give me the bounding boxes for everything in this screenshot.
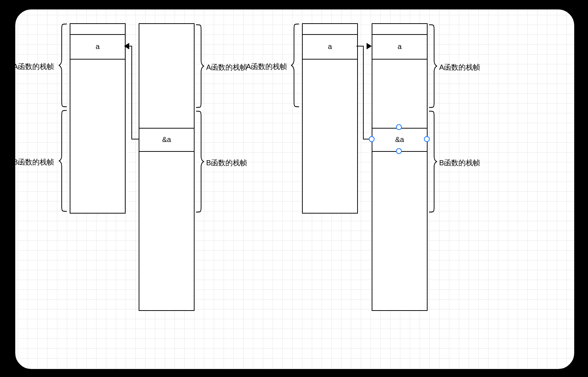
cell-a-label: a [328, 42, 332, 51]
right-col2-brace-a [428, 24, 438, 108]
right-col1-outer: a [302, 23, 358, 214]
right-col1-header [303, 24, 357, 35]
left-col1-cell-a: a [70, 34, 125, 60]
left-col2-outer: &a [139, 23, 195, 311]
cell-a-label: a [95, 42, 99, 51]
left-col1-brace-a [58, 23, 68, 108]
right-col2-brace-b-label: B函数的栈帧 [439, 158, 480, 168]
cell-ptr-label: &a [395, 135, 404, 144]
right-col2-header [372, 24, 427, 35]
left-col2-brace-a [195, 24, 205, 108]
left-col1-brace-a-label: A函数的栈帧 [15, 62, 54, 72]
right-col1-brace-a [290, 23, 300, 108]
left-col1-header [70, 24, 125, 35]
cell-a-label: a [397, 42, 401, 51]
cell-ptr-label: &a [162, 135, 171, 144]
selection-handle-right[interactable] [424, 136, 430, 142]
right-col2-brace-b [428, 110, 438, 213]
left-col2-brace-b-label: B函数的栈帧 [206, 158, 247, 168]
selection-handle-left[interactable] [369, 136, 375, 142]
right-col1-cell-a: a [303, 34, 357, 60]
right-arrow-head [367, 43, 372, 49]
left-col2-brace-a-label: A函数的栈帧 [206, 62, 247, 72]
left-col1-brace-b-label: B函数的栈帧 [15, 157, 54, 167]
left-col2-brace-b [195, 110, 205, 213]
diagram-card: a A函数的栈帧 B函数的栈帧 &a A函数的栈帧 B函数的栈帧 [15, 9, 575, 370]
left-col2-cell-ptr: &a [139, 128, 194, 152]
right-col2-outer: a &a [372, 23, 428, 311]
right-col2-brace-a-label: A函数的栈帧 [439, 62, 480, 72]
right-col1-brace-a-label: A函数的栈帧 [246, 62, 287, 72]
left-arrow-head [124, 43, 129, 49]
left-col1-brace-b [58, 110, 68, 212]
canvas: a A函数的栈帧 B函数的栈帧 &a A函数的栈帧 B函数的栈帧 [0, 0, 588, 377]
selection-handle-bottom[interactable] [396, 148, 402, 154]
selection-handle-top[interactable] [396, 124, 402, 130]
right-arrow-v [363, 46, 364, 139]
right-col2-cell-a: a [372, 34, 427, 60]
left-arrow-h-bottom [131, 139, 139, 139]
left-col1-outer: a [70, 23, 126, 214]
right-arrow-h-top [356, 46, 364, 46]
left-arrow-v [131, 46, 132, 139]
